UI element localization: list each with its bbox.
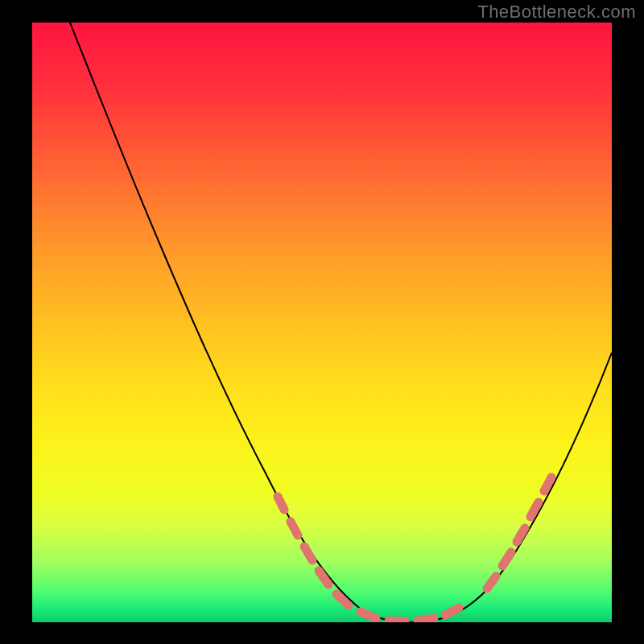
left-dash-4 [319, 571, 328, 584]
plot-area [32, 23, 612, 622]
curve-path [60, 23, 612, 622]
left-dash-3 [304, 547, 312, 560]
bottom-dash-1 [361, 612, 376, 618]
bottleneck-curve [32, 23, 612, 622]
chart-frame: TheBottleneck.com [0, 0, 644, 644]
bottom-dash-2 [389, 621, 405, 621]
left-dash-2 [291, 522, 298, 535]
watermark-text: TheBottleneck.com [477, 2, 636, 23]
right-dash-1 [487, 576, 496, 588]
right-dash-2 [502, 552, 511, 566]
bottom-dash-4 [445, 608, 459, 615]
left-dash-1 [278, 497, 284, 510]
bottom-dash-3 [418, 618, 434, 621]
